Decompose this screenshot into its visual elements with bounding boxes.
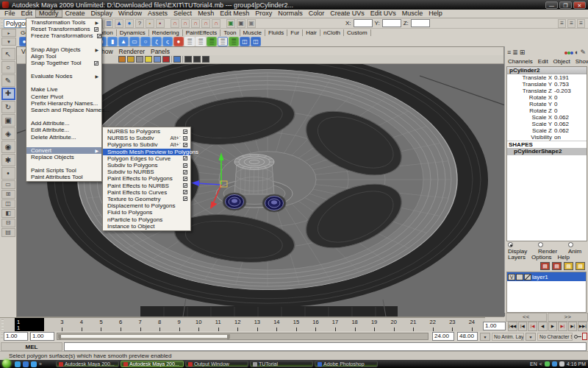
- menu-item-replace-objects[interactable]: Replace Objects: [26, 154, 101, 160]
- select-tool[interactable]: ↖: [1, 48, 15, 60]
- menu-item-prefix-hierarchy-names[interactable]: Prefix Hierarchy Names...: [26, 100, 101, 107]
- channel-value[interactable]: 0: [554, 107, 557, 114]
- shelf-render-globe-icon[interactable]: ▒: [218, 37, 228, 46]
- frame-24[interactable]: 24: [462, 318, 482, 332]
- panel-menu-renderer[interactable]: Renderer: [116, 48, 148, 55]
- default-material-icon[interactable]: [136, 56, 143, 63]
- menu-modify[interactable]: Modify: [35, 10, 62, 18]
- frame-9[interactable]: 9: [169, 318, 189, 332]
- construction-history-icon[interactable]: ▣: [226, 19, 235, 28]
- field-chart-icon[interactable]: [184, 56, 192, 63]
- shelf-cv-curve-icon[interactable]: ζ: [151, 37, 162, 46]
- layer-menu-help[interactable]: Help: [558, 254, 570, 261]
- toolbar-grip[interactable]: [1, 19, 3, 27]
- menu-assets[interactable]: Assets: [145, 10, 171, 18]
- shelf-tab-hair[interactable]: Hair: [303, 29, 320, 36]
- quicklaunch-explorer-icon[interactable]: [23, 361, 29, 367]
- shelf-tab-painteffects[interactable]: PaintEffects: [183, 29, 221, 36]
- menu-item-polygon-edges-to-curve[interactable]: Polygon Edges to Curve: [103, 155, 190, 162]
- option-box-icon[interactable]: [183, 183, 187, 188]
- menu-item-paint-effects-to-polygons[interactable]: Paint Effects to Polygons: [103, 175, 190, 182]
- menu-item-snap-align-objects[interactable]: Snap Align Objects▶: [26, 46, 101, 53]
- shelf-nurbs-circle-icon[interactable]: ○: [140, 37, 151, 46]
- range-slider-bar[interactable]: [58, 334, 230, 339]
- shelf-menu-button[interactable]: ▼: [1, 38, 16, 46]
- shelf-tab-fur[interactable]: Fur: [287, 29, 303, 36]
- frame-18[interactable]: 18: [345, 318, 365, 332]
- menu-item-freeze-transformations[interactable]: Freeze Transformations: [26, 32, 101, 39]
- current-time-field[interactable]: 1.00: [483, 322, 506, 330]
- snap-view-icon[interactable]: ∩: [212, 19, 220, 28]
- frame-12[interactable]: 12: [228, 318, 248, 332]
- option-box-icon[interactable]: [183, 177, 187, 181]
- film-gate-icon[interactable]: [202, 56, 209, 63]
- play-backwards-button[interactable]: ◀: [538, 322, 548, 331]
- no-manip-icon[interactable]: ◐: [575, 49, 578, 56]
- shelf-tab-custom[interactable]: Custom: [344, 29, 371, 36]
- frame-16[interactable]: 16: [306, 318, 326, 332]
- tray-language-indicator[interactable]: EN: [530, 361, 537, 367]
- paint-effects-icon[interactable]: ▲: [115, 19, 123, 28]
- tray-volume-icon[interactable]: [559, 361, 564, 367]
- shelf-tab-muscle[interactable]: Muscle: [240, 29, 265, 36]
- scale-tool[interactable]: ▣: [1, 114, 15, 127]
- frame-22[interactable]: 22: [423, 318, 442, 332]
- current-frame-marker[interactable]: 1 1: [15, 318, 44, 332]
- menu-window[interactable]: Window: [115, 10, 145, 18]
- tray-network-icon[interactable]: [552, 361, 557, 367]
- channel-toolbar-channel-manips-icon[interactable]: ≡: [507, 49, 511, 56]
- shelf-nurbs-cone-icon[interactable]: ▲: [118, 37, 129, 46]
- menu-item-transformation-tools[interactable]: Transformation Tools▶: [26, 19, 101, 26]
- step-forward-key-button[interactable]: ▶|: [558, 322, 567, 331]
- character-set-dropdown-arrow[interactable]: ▼: [526, 333, 536, 341]
- menu-item-instance-to-object[interactable]: Instance to Object: [103, 223, 190, 230]
- shelf-render-flag2-icon[interactable]: ▒: [196, 37, 206, 46]
- menu-item-subdiv-to-polygons[interactable]: Subdiv to Polygons: [103, 162, 190, 169]
- texture-display-icon[interactable]: [154, 56, 161, 63]
- option-box-icon[interactable]: [183, 156, 187, 160]
- start-button[interactable]: [2, 359, 11, 368]
- menu-help[interactable]: Help: [426, 10, 445, 18]
- single-pane-layout-button[interactable]: ▭: [1, 180, 15, 189]
- option-box-icon[interactable]: [94, 61, 98, 66]
- frame-10[interactable]: 10: [189, 318, 209, 332]
- menu-item-paint-attributes-tool[interactable]: Paint Attributes Tool: [26, 174, 101, 180]
- channel-box-shape-name[interactable]: pCylinderShape2: [507, 148, 587, 155]
- menu-item-nurbs-to-subdiv[interactable]: NURBS to SubdivAlt+`: [103, 135, 190, 141]
- character-set-dropdown[interactable]: No Character Set: [537, 333, 573, 341]
- taskbar-button-adobe-photoshop[interactable]: Adobe Photoshop: [315, 361, 378, 367]
- channel-value[interactable]: on: [554, 134, 561, 141]
- play-forwards-button[interactable]: ▶: [548, 322, 558, 331]
- layer-mode-anim[interactable]: Anim: [568, 241, 588, 255]
- taskbar-button-autodesk-maya-200[interactable]: Autodesk Maya 200...: [121, 361, 184, 367]
- shelf-tab-ncloth[interactable]: nCloth: [320, 29, 344, 36]
- quicklaunch-ie-icon[interactable]: [31, 361, 37, 367]
- ipr-render-icon[interactable]: ▣: [247, 19, 256, 28]
- persp-outliner-layout-button[interactable]: ◧: [1, 209, 15, 218]
- xyz-axis-icon[interactable]: [564, 49, 573, 56]
- frame-11[interactable]: 11: [208, 318, 228, 332]
- shelf-sphere-red-icon[interactable]: ●: [173, 37, 184, 46]
- z-coordinate-input[interactable]: [411, 19, 430, 27]
- snap-plane-icon[interactable]: ∩: [201, 19, 210, 28]
- x-coordinate-input[interactable]: [354, 19, 373, 27]
- ui-element-toggle-3-icon[interactable]: ≡: [577, 19, 585, 28]
- channel-value[interactable]: 0: [554, 101, 557, 107]
- option-box-icon[interactable]: [183, 170, 187, 174]
- frame-14[interactable]: 14: [267, 318, 287, 332]
- frame-3[interactable]: 3: [52, 318, 72, 332]
- maximize-button[interactable]: ❐: [559, 1, 572, 9]
- shelf-render-pressed-icon[interactable]: ▒: [229, 37, 239, 46]
- layer-mode-display[interactable]: Display: [508, 241, 534, 255]
- menu-item-texture-to-geometry[interactable]: Texture to Geometry: [103, 196, 190, 202]
- help-mode-icon[interactable]: ?: [135, 19, 144, 28]
- menu-item-search-and-replace-names[interactable]: Search and Replace Names...: [26, 107, 101, 113]
- minimize-button[interactable]: —: [545, 1, 558, 9]
- frame-5[interactable]: 5: [91, 318, 111, 332]
- universal-manipulator-tool[interactable]: ◈: [1, 127, 15, 140]
- quicklaunch-overflow[interactable]: »: [39, 361, 42, 367]
- option-box-icon[interactable]: [183, 136, 187, 141]
- lighting-icon[interactable]: [145, 56, 152, 63]
- mel-input[interactable]: [64, 342, 587, 351]
- shelf-render-flag3-icon[interactable]: ▒: [207, 37, 217, 46]
